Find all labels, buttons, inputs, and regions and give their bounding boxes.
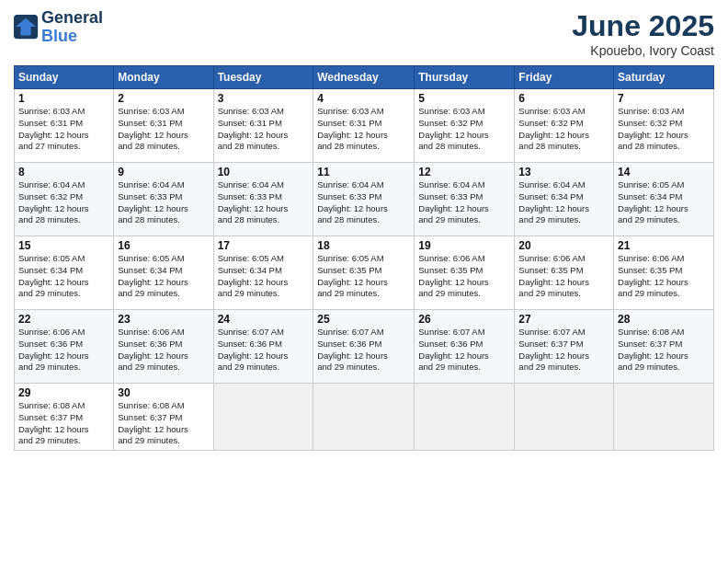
day-number: 30 — [118, 386, 209, 399]
logo-text: GeneralBlue — [41, 9, 103, 46]
day-info: Sunrise: 6:06 AM Sunset: 6:36 PM Dayligh… — [118, 327, 209, 373]
page: GeneralBlue June 2025 Kpouebo, Ivory Coa… — [0, 0, 728, 563]
day-info: Sunrise: 6:03 AM Sunset: 6:32 PM Dayligh… — [618, 106, 710, 153]
day-number: 15 — [18, 239, 109, 252]
table-cell: 8Sunrise: 6:04 AM Sunset: 6:32 PM Daylig… — [15, 163, 114, 236]
day-number: 25 — [317, 313, 410, 326]
day-number: 20 — [518, 239, 609, 252]
table-cell: 22Sunrise: 6:06 AM Sunset: 6:36 PM Dayli… — [15, 310, 114, 384]
day-number: 7 — [618, 92, 710, 105]
day-info: Sunrise: 6:07 AM Sunset: 6:36 PM Dayligh… — [418, 327, 510, 373]
day-info: Sunrise: 6:06 AM Sunset: 6:36 PM Dayligh… — [18, 327, 109, 373]
day-info: Sunrise: 6:08 AM Sunset: 6:37 PM Dayligh… — [618, 327, 710, 373]
day-info: Sunrise: 6:03 AM Sunset: 6:31 PM Dayligh… — [18, 106, 109, 153]
day-number: 13 — [518, 166, 609, 178]
day-number: 10 — [218, 166, 310, 178]
day-number: 6 — [518, 92, 609, 105]
day-info: Sunrise: 6:07 AM Sunset: 6:36 PM Dayligh… — [218, 327, 310, 373]
table-cell: 13Sunrise: 6:04 AM Sunset: 6:34 PM Dayli… — [515, 163, 614, 236]
calendar-subtitle: Kpouebo, Ivory Coast — [572, 43, 714, 58]
day-info: Sunrise: 6:07 AM Sunset: 6:37 PM Dayligh… — [518, 327, 609, 373]
table-cell: 2Sunrise: 6:03 AM Sunset: 6:31 PM Daylig… — [114, 89, 213, 163]
day-info: Sunrise: 6:08 AM Sunset: 6:37 PM Dayligh… — [18, 400, 109, 447]
day-number: 27 — [518, 313, 609, 326]
calendar-table: Sunday Monday Tuesday Wednesday Thursday… — [14, 65, 714, 451]
day-info: Sunrise: 6:04 AM Sunset: 6:33 PM Dayligh… — [317, 179, 410, 226]
table-cell — [213, 384, 313, 451]
col-sunday: Sunday — [15, 66, 114, 89]
col-wednesday: Wednesday — [313, 66, 415, 89]
table-cell: 16Sunrise: 6:05 AM Sunset: 6:34 PM Dayli… — [114, 236, 213, 310]
day-info: Sunrise: 6:07 AM Sunset: 6:36 PM Dayligh… — [317, 327, 410, 373]
table-cell: 1Sunrise: 6:03 AM Sunset: 6:31 PM Daylig… — [15, 89, 114, 163]
day-info: Sunrise: 6:05 AM Sunset: 6:34 PM Dayligh… — [118, 253, 209, 300]
table-cell: 9Sunrise: 6:04 AM Sunset: 6:33 PM Daylig… — [114, 163, 213, 236]
day-number: 4 — [317, 92, 410, 105]
day-info: Sunrise: 6:06 AM Sunset: 6:35 PM Dayligh… — [418, 253, 510, 300]
table-cell: 12Sunrise: 6:04 AM Sunset: 6:33 PM Dayli… — [415, 163, 515, 236]
day-info: Sunrise: 6:03 AM Sunset: 6:31 PM Dayligh… — [218, 106, 310, 153]
day-info: Sunrise: 6:05 AM Sunset: 6:34 PM Dayligh… — [618, 179, 710, 226]
day-info: Sunrise: 6:04 AM Sunset: 6:33 PM Dayligh… — [118, 179, 209, 226]
day-info: Sunrise: 6:06 AM Sunset: 6:35 PM Dayligh… — [618, 253, 710, 300]
table-cell — [614, 384, 714, 451]
day-number: 2 — [118, 92, 209, 105]
table-cell — [415, 384, 515, 451]
table-cell: 7Sunrise: 6:03 AM Sunset: 6:32 PM Daylig… — [614, 89, 714, 163]
day-info: Sunrise: 6:03 AM Sunset: 6:32 PM Dayligh… — [418, 106, 510, 153]
header: GeneralBlue June 2025 Kpouebo, Ivory Coa… — [14, 9, 714, 58]
day-number: 23 — [118, 313, 209, 326]
day-number: 8 — [18, 166, 109, 178]
col-monday: Monday — [114, 66, 213, 89]
table-cell: 3Sunrise: 6:03 AM Sunset: 6:31 PM Daylig… — [213, 89, 313, 163]
table-cell: 25Sunrise: 6:07 AM Sunset: 6:36 PM Dayli… — [313, 310, 415, 384]
table-cell: 6Sunrise: 6:03 AM Sunset: 6:32 PM Daylig… — [515, 89, 614, 163]
day-info: Sunrise: 6:05 AM Sunset: 6:35 PM Dayligh… — [317, 253, 410, 300]
table-cell: 29Sunrise: 6:08 AM Sunset: 6:37 PM Dayli… — [15, 384, 114, 451]
day-number: 18 — [317, 239, 410, 252]
table-cell: 18Sunrise: 6:05 AM Sunset: 6:35 PM Dayli… — [313, 236, 415, 310]
day-number: 17 — [218, 239, 310, 252]
day-number: 9 — [118, 166, 209, 178]
table-cell: 27Sunrise: 6:07 AM Sunset: 6:37 PM Dayli… — [515, 310, 614, 384]
day-info: Sunrise: 6:04 AM Sunset: 6:32 PM Dayligh… — [18, 179, 109, 226]
table-cell: 10Sunrise: 6:04 AM Sunset: 6:33 PM Dayli… — [213, 163, 313, 236]
table-cell: 30Sunrise: 6:08 AM Sunset: 6:37 PM Dayli… — [114, 384, 213, 451]
table-cell — [313, 384, 415, 451]
day-info: Sunrise: 6:04 AM Sunset: 6:34 PM Dayligh… — [518, 179, 609, 226]
day-number: 29 — [18, 386, 109, 399]
table-cell: 14Sunrise: 6:05 AM Sunset: 6:34 PM Dayli… — [614, 163, 714, 236]
col-saturday: Saturday — [614, 66, 714, 89]
calendar-header-row: Sunday Monday Tuesday Wednesday Thursday… — [15, 66, 714, 89]
day-info: Sunrise: 6:03 AM Sunset: 6:32 PM Dayligh… — [518, 106, 609, 153]
day-number: 16 — [118, 239, 209, 252]
day-info: Sunrise: 6:06 AM Sunset: 6:35 PM Dayligh… — [518, 253, 609, 300]
day-number: 5 — [418, 92, 510, 105]
table-cell: 23Sunrise: 6:06 AM Sunset: 6:36 PM Dayli… — [114, 310, 213, 384]
day-number: 12 — [418, 166, 510, 178]
table-cell: 17Sunrise: 6:05 AM Sunset: 6:34 PM Dayli… — [213, 236, 313, 310]
day-info: Sunrise: 6:05 AM Sunset: 6:34 PM Dayligh… — [218, 253, 310, 300]
day-number: 22 — [18, 313, 109, 326]
calendar-title: June 2025 — [572, 9, 714, 43]
logo: GeneralBlue — [14, 9, 103, 46]
day-number: 1 — [18, 92, 109, 105]
day-info: Sunrise: 6:03 AM Sunset: 6:31 PM Dayligh… — [118, 106, 209, 153]
day-number: 24 — [218, 313, 310, 326]
table-cell: 26Sunrise: 6:07 AM Sunset: 6:36 PM Dayli… — [415, 310, 515, 384]
table-cell — [515, 384, 614, 451]
day-info: Sunrise: 6:04 AM Sunset: 6:33 PM Dayligh… — [418, 179, 510, 226]
day-info: Sunrise: 6:08 AM Sunset: 6:37 PM Dayligh… — [118, 400, 209, 447]
day-number: 28 — [618, 313, 710, 326]
day-number: 14 — [618, 166, 710, 178]
day-info: Sunrise: 6:04 AM Sunset: 6:33 PM Dayligh… — [218, 179, 310, 226]
table-cell: 19Sunrise: 6:06 AM Sunset: 6:35 PM Dayli… — [415, 236, 515, 310]
table-cell: 15Sunrise: 6:05 AM Sunset: 6:34 PM Dayli… — [15, 236, 114, 310]
table-cell: 4Sunrise: 6:03 AM Sunset: 6:31 PM Daylig… — [313, 89, 415, 163]
day-number: 19 — [418, 239, 510, 252]
generalblue-icon — [14, 15, 40, 40]
day-number: 3 — [218, 92, 310, 105]
day-number: 11 — [317, 166, 410, 178]
col-thursday: Thursday — [415, 66, 515, 89]
day-info: Sunrise: 6:05 AM Sunset: 6:34 PM Dayligh… — [18, 253, 109, 300]
